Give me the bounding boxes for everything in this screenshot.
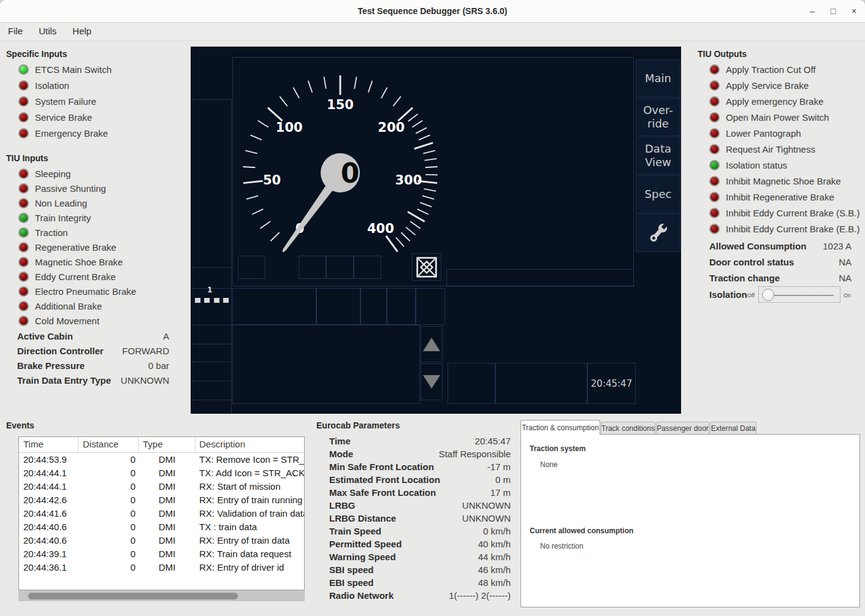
table-row[interactable]: 20:44:44.1 0 DMI RX: Start of mission [19, 480, 304, 493]
led-input-row[interactable]: Electro Pneumatic Brake [18, 286, 136, 297]
led-input-row[interactable]: Emergency Brake [18, 127, 112, 139]
column-header-description[interactable]: Description [196, 437, 304, 452]
led-input-row[interactable]: Sleeping [18, 168, 136, 179]
led-input-row[interactable]: Additional Brake [18, 300, 136, 311]
event-time: 20:44:40.6 [19, 520, 78, 534]
table-row[interactable]: 20:44:53.9 0 DMI TX: Remove Icon = STR_A… [19, 453, 304, 466]
led-indicator-icon [709, 176, 720, 186]
level-bar-segment [223, 298, 229, 303]
led-indicator-icon [18, 128, 29, 139]
led-output-row: Apply Traction Cut Off [709, 64, 859, 75]
table-row[interactable]: 20:44:36.1 0 DMI RX: Entry of driver id [19, 561, 304, 574]
param-label: Brake Pressure [17, 360, 85, 371]
led-label: Lower Pantograph [726, 128, 801, 139]
minimize-icon[interactable]: – [805, 4, 820, 18]
settings-wrench-button[interactable] [636, 214, 680, 252]
led-input-row[interactable]: Train Integrity [18, 212, 136, 223]
table-row[interactable]: 20:44:40.6 0 DMI RX: Entry of train data [19, 534, 304, 547]
led-input-row[interactable]: Cold Movement [18, 315, 136, 326]
param-row: Direction Controller FORWARD [17, 343, 169, 358]
slider-thumb[interactable] [762, 289, 774, 301]
led-input-row[interactable]: Regenerative Brake [18, 241, 136, 253]
led-input-row[interactable]: Traction [18, 227, 136, 238]
param-value: 48 km/h [478, 577, 511, 588]
led-input-row[interactable]: Passive Shunting [18, 183, 136, 194]
param-label: Estimated Front Location [329, 474, 440, 485]
scroll-up-button[interactable] [421, 326, 443, 362]
message-area[interactable] [232, 325, 420, 404]
menu-item[interactable]: Utils [31, 23, 64, 39]
horizontal-scrollbar[interactable] [18, 590, 305, 601]
event-time: 20:44:42.6 [19, 493, 78, 507]
events-title: Events [6, 420, 34, 430]
eurocab-title: Eurocab Parameters [316, 420, 400, 430]
events-table: Time Distance Type Description 20:44:53.… [18, 436, 305, 590]
param-label: LRBG Distance [329, 513, 396, 523]
param-label: Time [329, 436, 351, 446]
param-label: Min Safe Front Location [329, 462, 434, 472]
led-label: Inhibit Magnetic Shoe Brake [726, 176, 841, 186]
svg-text:400: 400 [367, 221, 394, 236]
traction-system-value: None [540, 460, 558, 469]
svg-text:150: 150 [327, 97, 354, 112]
dmi-menu-button[interactable]: Over- ride [636, 98, 680, 136]
table-row[interactable]: 20:44:40.6 0 DMI TX : train data [19, 520, 304, 534]
arrow-down-icon [423, 375, 440, 389]
scrollbar-thumb[interactable] [28, 593, 238, 599]
column-header-type[interactable]: Type [139, 437, 196, 452]
table-row[interactable]: 20:44:39.1 0 DMI RX: Train data request [19, 547, 304, 561]
event-type: DMI [139, 493, 196, 507]
table-row[interactable]: 20:44:41.6 0 DMI RX: Validation of train… [19, 507, 304, 520]
led-indicator-icon [18, 242, 29, 253]
led-input-row[interactable]: System Failure [18, 96, 112, 107]
maximize-icon[interactable]: □ [826, 4, 840, 18]
led-input-row[interactable]: Isolation [18, 80, 112, 91]
dmi-cell [299, 256, 326, 279]
led-input-row[interactable]: Magnetic Shoe Brake [18, 256, 136, 267]
level-number: 1 [207, 286, 212, 294]
event-time: 20:44:53.9 [19, 453, 78, 466]
event-distance: 0 [78, 561, 139, 574]
close-icon[interactable]: × [847, 4, 861, 18]
led-indicator-icon [709, 128, 720, 139]
param-value: 0 km/h [483, 526, 511, 536]
event-time: 20:44:44.1 [19, 480, 78, 493]
column-header-time[interactable]: Time [19, 437, 78, 452]
level-bar-segment [195, 298, 200, 303]
param-label: Door control status [709, 257, 794, 267]
speed-gauge: 0501001502003004000 [232, 57, 634, 286]
param-row: Allowed Consumption 1023 A [709, 238, 852, 254]
led-indicator-icon [18, 272, 29, 282]
menu-item[interactable]: File [0, 23, 31, 39]
traction-system-heading: Traction system [530, 444, 585, 453]
led-input-row[interactable]: Eddy Current Brake [18, 271, 136, 282]
tab-traction-consumption[interactable]: Traction & consumption [520, 420, 600, 435]
led-input-row[interactable]: ETCS Main Switch [18, 64, 112, 75]
table-row[interactable]: 20:44:44.1 0 DMI TX: Add Icon = STR_ACK_… [19, 466, 304, 480]
allowed-consumption-heading: Current allowed consumption [530, 527, 633, 535]
dmi-clock: 20:45:47 [587, 363, 636, 404]
scroll-down-button[interactable] [421, 363, 443, 400]
led-label: Isolation status [726, 160, 787, 170]
tab-external-data[interactable]: External Data [710, 422, 756, 435]
tab-track-conditions[interactable]: Track conditions [601, 422, 655, 435]
menu-item[interactable]: Help [64, 23, 99, 39]
led-output-row: Lower Pantograph [709, 127, 859, 139]
dmi-cell [354, 256, 381, 279]
led-indicator-icon [709, 208, 720, 218]
tab-passenger-door[interactable]: Passenger door [656, 422, 709, 435]
dmi-menu-button[interactable]: Main [636, 59, 680, 97]
led-label: Inhibit Eddy Current Brake (S.B.) [726, 208, 859, 218]
table-row[interactable]: 20:44:42.6 0 DMI RX: Entry of train runn… [19, 493, 304, 507]
led-input-row[interactable]: Service Brake [18, 112, 112, 123]
dmi-menu-button[interactable]: Data View [636, 137, 680, 175]
led-input-row[interactable]: Non Leading [18, 197, 136, 208]
cab-params: Active Cabin A Direction Controller FORW… [17, 329, 169, 387]
event-distance: 0 [78, 507, 139, 520]
column-header-distance[interactable]: Distance [78, 437, 139, 452]
led-indicator-icon [18, 80, 29, 91]
dmi-menu-button[interactable]: Spec [636, 175, 680, 213]
event-description: RX: Entry of driver id [196, 561, 304, 574]
isolation-slider[interactable] [758, 286, 840, 303]
events-body: 20:44:53.9 0 DMI TX: Remove Icon = STR_A… [19, 453, 304, 574]
